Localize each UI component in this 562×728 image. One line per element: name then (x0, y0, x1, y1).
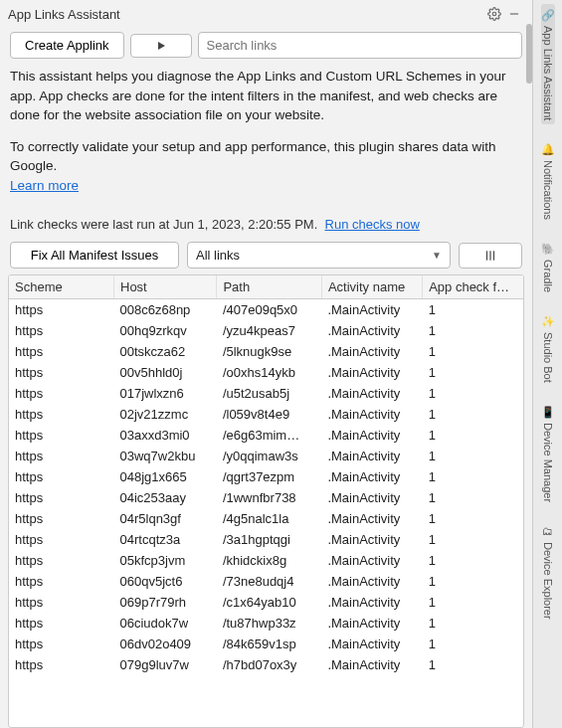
cell-flag: 1 (423, 362, 523, 383)
col-appcheck[interactable]: App check f… (423, 275, 523, 299)
rail-label: Device Explorer (542, 542, 554, 620)
cell-path: /o0xhs14ykb (217, 362, 322, 383)
learn-more-link[interactable]: Learn more (10, 178, 79, 193)
table-row[interactable]: https069p7r79rh/c1x64yab10.MainActivity1 (9, 592, 523, 613)
cell-host: 04ic253aay (114, 487, 217, 508)
filter-select[interactable]: All links ▼ (187, 242, 451, 269)
columns-button[interactable] (459, 243, 522, 269)
rail-item-gradle[interactable]: 🐘Gradle (541, 238, 555, 296)
table-row[interactable]: https04r5lqn3gf/4g5nalc1la.MainActivity1 (9, 508, 523, 529)
cell-host: 069p7r79rh (114, 592, 217, 613)
table-row[interactable]: https04rtcqtz3a/3a1hgptqgi.MainActivity1 (9, 529, 523, 550)
table-row[interactable]: https00v5hhld0j/o0xhs14ykb.MainActivity1 (9, 362, 523, 383)
cell-path: /yzu4kpeas7 (217, 320, 322, 341)
col-scheme[interactable]: Scheme (9, 275, 114, 299)
table-header-row: Scheme Host Path Activity name App check… (9, 275, 523, 299)
cell-host: 02jv21zzmc (114, 404, 217, 425)
col-activity[interactable]: Activity name (321, 275, 422, 299)
cell-activity: .MainActivity (321, 383, 422, 404)
cell-host: 00tskcza62 (114, 341, 217, 362)
cell-host: 00hq9zrkqv (114, 320, 217, 341)
table-row[interactable]: https00tskcza62/5lknugk9se.MainActivity1 (9, 341, 523, 362)
title-bar: App Links Assistant (0, 0, 532, 28)
col-path[interactable]: Path (217, 275, 322, 299)
chevron-down-icon: ▼ (432, 250, 442, 261)
svg-marker-2 (158, 42, 165, 50)
cell-scheme: https (9, 320, 114, 341)
cell-flag: 1 (423, 508, 523, 529)
cell-flag: 1 (423, 634, 523, 654)
app-links-assistant-icon: 🔗 (541, 8, 555, 22)
create-applink-button[interactable]: Create Applink (10, 32, 124, 59)
cell-flag: 1 (423, 571, 523, 592)
table-row[interactable]: https008c6z68np/407e09q5x0.MainActivity1 (9, 299, 523, 321)
table-row[interactable]: https02jv21zzmc/l059v8t4e9.MainActivity1 (9, 404, 523, 425)
cell-activity: .MainActivity (321, 487, 422, 508)
cell-path: /407e09q5x0 (217, 299, 322, 321)
rail-label: Studio Bot (542, 332, 554, 383)
cell-host: 060qv5jct6 (114, 571, 217, 592)
rail-item-app-links-assistant[interactable]: 🔗App Links Assistant (541, 4, 555, 124)
cell-path: /h7bd07ox3y (217, 654, 322, 675)
cell-flag: 1 (423, 383, 523, 404)
filter-label: All links (196, 248, 240, 263)
panel-title: App Links Assistant (8, 7, 484, 22)
gradle-icon: 🐘 (541, 242, 555, 256)
rail-item-device-explorer[interactable]: 🗂Device Explorer (541, 520, 555, 624)
table-row[interactable]: https00hq9zrkqv/yzu4kpeas7.MainActivity1 (9, 320, 523, 341)
table-row[interactable]: https03wq7w2kbu/y0qqimaw3s.MainActivity1 (9, 446, 523, 466)
description-block: This assistant helps you diagnose the Ap… (0, 67, 532, 217)
cell-activity: .MainActivity (321, 654, 422, 675)
cell-flag: 1 (423, 613, 523, 634)
cell-flag: 1 (423, 404, 523, 425)
cell-activity: .MainActivity (321, 446, 422, 466)
cell-host: 06ciudok7w (114, 613, 217, 634)
cell-activity: .MainActivity (321, 571, 422, 592)
studio-bot-icon: ✨ (541, 314, 555, 328)
rail-item-studio-bot[interactable]: ✨Studio Bot (541, 310, 555, 387)
cell-path: /84k659v1sp (217, 634, 322, 654)
table-row[interactable]: https060qv5jct6/73ne8udqj4.MainActivity1 (9, 571, 523, 592)
scrollbar[interactable] (526, 24, 532, 84)
minimize-icon[interactable] (504, 4, 524, 24)
cell-host: 04r5lqn3gf (114, 508, 217, 529)
table-row[interactable]: https079g9luv7w/h7bd07ox3y.MainActivity1 (9, 654, 523, 675)
fix-manifest-button[interactable]: Fix All Manifest Issues (10, 242, 179, 269)
cell-path: /e6g63mim… (217, 425, 322, 446)
cell-activity: .MainActivity (321, 592, 422, 613)
cell-host: 05kfcp3jvm (114, 550, 217, 571)
last-run-line: Link checks were last run at Jun 1, 2023… (0, 217, 532, 242)
cell-scheme: https (9, 466, 114, 487)
run-button[interactable] (130, 34, 192, 58)
table-row[interactable]: https06dv02o409/84k659v1sp.MainActivity1 (9, 634, 523, 654)
table-row[interactable]: https048jg1x665/qgrt37ezpm.MainActivity1 (9, 466, 523, 487)
table-row[interactable]: https017jwlxzn6/u5t2usab5j.MainActivity1 (9, 383, 523, 404)
run-checks-link[interactable]: Run checks now (325, 217, 420, 232)
cell-flag: 1 (423, 529, 523, 550)
search-input[interactable] (198, 32, 522, 59)
cell-scheme: https (9, 571, 114, 592)
table-row[interactable]: https05kfcp3jvm/khidckix8g.MainActivity1 (9, 550, 523, 571)
cell-scheme: https (9, 299, 114, 321)
col-host[interactable]: Host (114, 275, 217, 299)
cell-host: 017jwlxzn6 (114, 383, 217, 404)
cell-host: 048jg1x665 (114, 466, 217, 487)
cell-scheme: https (9, 383, 114, 404)
cell-activity: .MainActivity (321, 404, 422, 425)
settings-icon[interactable] (484, 4, 504, 24)
cell-host: 03wq7w2kbu (114, 446, 217, 466)
cell-activity: .MainActivity (321, 508, 422, 529)
rail-item-device-manager[interactable]: 📱Device Manager (541, 401, 555, 506)
cell-path: /y0qqimaw3s (217, 446, 322, 466)
table-row[interactable]: https03axxd3mi0/e6g63mim….MainActivity1 (9, 425, 523, 446)
cell-activity: .MainActivity (321, 634, 422, 654)
cell-host: 03axxd3mi0 (114, 425, 217, 446)
table-row[interactable]: https04ic253aay/1wwnfbr738.MainActivity1 (9, 487, 523, 508)
cell-flag: 1 (423, 341, 523, 362)
table-row[interactable]: https06ciudok7w/tu87hwp33z.MainActivity1 (9, 613, 523, 634)
rail-item-notifications[interactable]: 🔔Notifications (541, 138, 555, 224)
last-run-timestamp: Jun 1, 2023, 2:20:55 PM. (173, 217, 317, 232)
right-tool-rail: 🔗App Links Assistant🔔Notifications🐘Gradl… (532, 0, 562, 728)
cell-path: /tu87hwp33z (217, 613, 322, 634)
description-p1: This assistant helps you diagnose the Ap… (10, 67, 522, 125)
